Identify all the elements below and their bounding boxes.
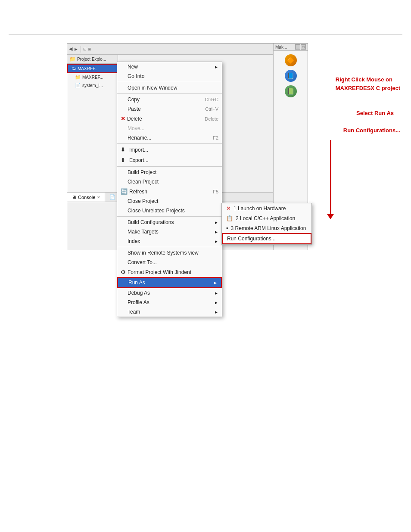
sep5 [117,216,222,217]
menu-item-show-remote-label: Show in Remote Systems view [128,250,199,256]
right-panel-title: Mak... [275,45,287,50]
menu-item-new-label: New [128,64,138,70]
sep2 [117,93,222,94]
submenu-item-remote-arm-label: 3 Remote ARM Linux Application [231,225,306,231]
arrow-vertical-line [330,140,331,215]
minimize-btn[interactable]: _ [295,44,300,50]
menu-item-new[interactable]: New ► [117,62,222,72]
menu-item-refresh-label: Refresh [129,189,147,195]
menu-item-show-remote[interactable]: Show in Remote Systems view [117,248,222,258]
menu-item-debug-as-label: Debug As [128,290,150,296]
toolbar-icon-1: ⊡ [83,47,87,51]
menu-item-make-targets[interactable]: Make Targets ► [117,227,222,236]
menu-item-paste-label: Paste [128,106,141,112]
submenu-item-run-configs[interactable]: Run Configurations... [222,233,311,244]
submenu-item-local-cpp[interactable]: 📋 2 Local C/C++ Application [222,213,311,223]
menu-item-import[interactable]: ⬇ Import... [117,145,222,155]
menu-item-convert[interactable]: Convert To... [117,258,222,267]
arrow-head [327,214,334,219]
menu-item-build-project[interactable]: Build Project [117,168,222,177]
menu-item-copy[interactable]: Copy Ctrl+C [117,95,222,104]
tab-console[interactable]: 🖥 Console ✕ [67,193,105,202]
menu-item-paste-shortcut: Ctrl+V [205,106,218,112]
menu-item-open-new-window[interactable]: Open in New Window [117,83,222,93]
menu-item-index[interactable]: Index ► [117,236,222,246]
menu-item-index-label: Index [128,238,140,244]
annotation-right-click: Right Click Mouse on MAXREFDESX C projec… [336,75,400,92]
toolbar-sep [81,46,81,53]
menu-item-profile-as-label: Profile As [128,299,149,305]
window-controls: _ □ [295,44,306,50]
menu-item-clean-project[interactable]: Clean Project [117,177,222,187]
sep6 [117,247,222,247]
menu-item-delete[interactable]: ✕ Delete Delete [117,114,222,124]
menu-item-debug-as[interactable]: Debug As ► [117,288,222,298]
right-panel-icon-3: 📗 [285,85,297,97]
import-icon: ⬇ [121,146,128,153]
sep3 [117,143,222,144]
project-item-label-3: system_l... [82,83,103,88]
project-item-maxref-selected[interactable]: 🗂 MAXREF... [67,64,118,73]
annotation-run-configurations-text: Run Configurations... [343,127,400,134]
submenu-item-remote-arm[interactable]: ▪ 3 Remote ARM Linux Application [222,223,311,233]
menu-item-rename-shortcut: F2 [213,135,218,140]
menu-item-clean-project-label: Clean Project [128,179,159,185]
menu-item-gointo[interactable]: Go Into [117,72,222,81]
menu-item-delete-label: Delete [127,116,142,122]
menu-item-build-configs[interactable]: Build Configurations ► [117,218,222,227]
menu-item-build-configs-label: Build Configurations [128,219,174,225]
menu-item-rename[interactable]: Rename... F2 [117,133,222,143]
menu-arrow-index: ► [214,239,218,244]
launch-hardware-icon: ✕ [226,205,231,212]
menu-item-open-new-window-label: Open in New Window [128,85,177,91]
menu-item-build-project-label: Build Project [128,169,156,175]
properties-icon: 📄 [109,194,115,200]
menu-item-refresh[interactable]: 🔄 Refresh F5 [117,187,222,196]
annotation-select-run-as-text: Select Run As [356,110,394,116]
refresh-icon: 🔄 [121,188,128,195]
toolbar-icon-2: ⊞ [88,47,91,51]
project-explorer-panel: 📁 Project Explo... 🗂 MAXREF... 📁 MAXREF.… [67,55,118,193]
menu-item-close-unrelated[interactable]: Close Unrelated Projects [117,206,222,215]
toolbar-icon-forward[interactable]: ► [74,47,78,52]
menu-item-copy-shortcut: Ctrl+C [205,97,218,102]
console-icon: 🖥 [72,195,76,200]
ide-toolbar: ◀ ► ⊡ ⊞ [67,44,308,55]
menu-item-run-as[interactable]: Run As ► [117,277,222,288]
project-icon: 🗂 [72,66,76,71]
menu-arrow-debug-as: ► [214,291,218,296]
screenshot-area: ◀ ► ⊡ ⊞ 📁 Project Explo... 🗂 MAXREF... 📁… [67,43,308,250]
project-item-maxref-2[interactable]: 📁 MAXREF... [67,73,118,81]
submenu-item-launch-hardware-label: 1 Launch on Hardware [234,205,286,212]
submenu-item-launch-hardware[interactable]: ✕ 1 Launch on Hardware [222,203,311,213]
submenu-item-local-cpp-label: 2 Local C/C++ Application [236,215,295,221]
right-panel-icon-2: 📘 [285,70,297,82]
menu-arrow-run-as: ► [213,280,218,285]
right-panel-icon-1: 🔶 [285,54,297,66]
menu-item-paste[interactable]: Paste Ctrl+V [117,104,222,114]
menu-item-close-unrelated-label: Close Unrelated Projects [128,208,185,214]
menu-item-close-project[interactable]: Close Project [117,196,222,206]
format-icon: ⚙ [121,269,126,275]
menu-item-rename-label: Rename... [128,135,151,141]
menu-item-format[interactable]: ⚙ Format Project With Jindent [117,267,222,277]
menu-item-team[interactable]: Team ► [117,307,222,317]
toolbar-icon-back[interactable]: ◀ [69,46,72,52]
menu-arrow-make-targets: ► [214,230,218,234]
right-panel-header: Mak... _ □ [274,44,308,51]
project-item-system[interactable]: 📄 system_l... [67,81,118,90]
menu-item-profile-as[interactable]: Profile As ► [117,298,222,307]
context-menu: New ► Go Into Open in New Window Copy Ct… [117,62,222,317]
sep4 [117,166,222,167]
console-close-icon[interactable]: ✕ [97,195,100,199]
menu-item-export[interactable]: ⬆ Export... [117,155,222,165]
project-item-label: MAXREF... [78,66,99,71]
sep1 [117,82,222,82]
project-explorer-header: 📁 Project Explo... [67,55,118,64]
menu-item-format-label: Format Project With Jindent [128,269,191,275]
folder-icon: 📁 [69,56,76,62]
project-explorer-title: Project Explo... [77,57,106,62]
menu-item-team-label: Team [128,309,140,315]
maximize-btn[interactable]: □ [301,44,306,50]
menu-arrow-build-configs: ► [214,220,218,225]
